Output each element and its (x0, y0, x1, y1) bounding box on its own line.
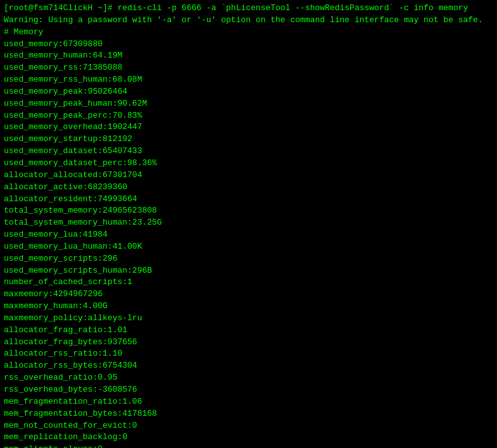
terminal-line-10: used_memory_peak_perc:70.83% (4, 110, 493, 122)
terminal-line-24: number_of_cached_scripts:1 (4, 277, 493, 289)
terminal-line-16: allocator_active:68239360 (4, 182, 493, 194)
terminal-line-35: mem_fragmentation_bytes:4178168 (4, 408, 493, 420)
terminal-line-8: used_memory_peak:95026464 (4, 86, 493, 98)
terminal-line-34: mem_fragmentation_ratio:1.06 (4, 396, 493, 408)
terminal-output: [root@fsm714ClickH ~]# redis-cli -p 6666… (4, 3, 493, 448)
terminal-line-36: mem_not_counted_for_evict:0 (4, 420, 493, 432)
terminal-line-38: mem_clients_slaves:0 (4, 444, 493, 448)
terminal-line-2: Warning: Using a password with '-a' or '… (4, 15, 493, 27)
terminal-line-11: used_memory_overhead:1902447 (4, 121, 493, 134)
terminal-line-31: allocator_rss_bytes:6754304 (4, 360, 493, 372)
terminal-line-13: used_memory_dataset:65407433 (4, 146, 493, 158)
terminal-line-15: allocator_allocated:67301704 (4, 170, 493, 182)
terminal-line-12: used_memory_startup:812192 (4, 134, 493, 146)
terminal-line-21: used_memory_lua_human:41.00K (4, 241, 493, 253)
terminal-line-20: used_memory_lua:41984 (4, 229, 493, 241)
terminal-line-14: used_memory_dataset_perc:98.36% (4, 158, 493, 170)
terminal-line-29: allocator_frag_bytes:937656 (4, 337, 493, 349)
terminal-line-22: used_memory_scripts:296 (4, 253, 493, 265)
terminal-line-19: total_system_memory_human:23.25G (4, 217, 493, 229)
terminal-line-5: used_memory_human:64.19M (4, 50, 493, 62)
terminal-line-4: used_memory:67309880 (4, 39, 493, 51)
terminal-line-37: mem_replication_backlog:0 (4, 432, 493, 444)
terminal-line-7: used_memory_rss_human:68.08M (4, 74, 493, 86)
terminal-line-27: maxmemory_policy:allkeys-lru (4, 313, 493, 325)
terminal-line-33: rss_overhead_bytes:-3608576 (4, 384, 493, 396)
terminal-line-23: used_memory_scripts_human:296B (4, 265, 493, 277)
terminal-line-28: allocator_frag_ratio:1.01 (4, 325, 493, 337)
terminal-line-18: total_system_memory:24965623808 (4, 205, 493, 217)
terminal-line-26: maxmemory_human:4.00G (4, 301, 493, 313)
terminal-window: [root@fsm714ClickH ~]# redis-cli -p 6666… (4, 3, 493, 448)
terminal-line-30: allocator_rss_ratio:1.10 (4, 348, 493, 360)
terminal-line-6: used_memory_rss:71385088 (4, 62, 493, 74)
terminal-line-3: # Memory (4, 27, 493, 39)
terminal-line-17: allocator_resident:74993664 (4, 194, 493, 206)
terminal-line-1: [root@fsm714ClickH ~]# redis-cli -p 6666… (4, 3, 493, 15)
terminal-line-32: rss_overhead_ratio:0.95 (4, 372, 493, 384)
terminal-line-9: used_memory_peak_human:90.62M (4, 98, 493, 110)
terminal-line-25: maxmemory:4294967296 (4, 289, 493, 301)
